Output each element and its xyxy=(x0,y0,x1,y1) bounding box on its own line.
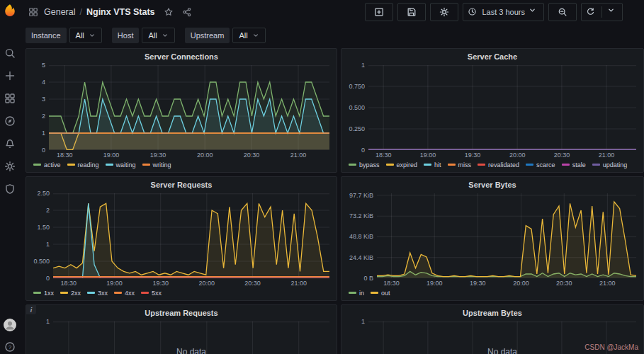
legend-item-5xx[interactable]: 5xx xyxy=(141,290,162,297)
panel-server-cache: Server Cache 00.2500.5000.7501 18:3019:0… xyxy=(341,48,644,173)
sidebar: ? xyxy=(0,0,20,354)
user-avatar[interactable] xyxy=(4,319,16,331)
add-panel-button[interactable] xyxy=(365,3,393,21)
grafana-logo[interactable] xyxy=(3,4,17,18)
dashboard-grid: Server Connections 012345 18:3019:0019:3… xyxy=(20,48,644,354)
x-tick-label: 20:30 xyxy=(244,280,261,287)
legend-item-bypass[interactable]: bypass xyxy=(349,161,380,169)
legend-item-active[interactable]: active xyxy=(33,161,61,169)
y-tick-label: 3 xyxy=(42,96,45,103)
x-tick-label: 19:00 xyxy=(420,152,436,159)
y-tick-label: 1 xyxy=(361,318,365,325)
clock-icon xyxy=(468,7,478,17)
panel-title[interactable]: Upstream Bytes xyxy=(341,305,643,319)
legend-swatch xyxy=(141,292,149,294)
legend-label: stale xyxy=(572,161,586,169)
search-icon[interactable] xyxy=(4,47,16,59)
plot-area[interactable] xyxy=(53,193,329,278)
plot-area[interactable]: No data xyxy=(53,321,329,354)
legend-swatch xyxy=(424,164,431,166)
server-admin-shield-icon[interactable] xyxy=(4,183,16,195)
filter-instance-select[interactable]: All xyxy=(69,28,102,43)
create-plus-icon[interactable] xyxy=(4,70,16,81)
x-tick-label: 19:30 xyxy=(465,152,481,159)
filter-upstream-value: All xyxy=(239,31,247,40)
legend-item-expired[interactable]: expired xyxy=(386,161,418,169)
y-tick-label: 1 xyxy=(42,130,45,137)
y-tick-label: 4 xyxy=(42,79,45,86)
save-dashboard-button[interactable] xyxy=(397,3,426,21)
plot-area[interactable] xyxy=(49,65,329,150)
configuration-gear-icon[interactable] xyxy=(4,161,16,172)
panel-title[interactable]: Server Bytes xyxy=(341,177,643,190)
refresh-interval-chevron-icon[interactable] xyxy=(608,7,618,17)
legend-item-revalidated[interactable]: revalidated xyxy=(478,161,519,169)
chevron-down-icon xyxy=(89,33,96,39)
legend-item-stale[interactable]: stale xyxy=(562,161,586,169)
explore-compass-icon[interactable] xyxy=(4,115,16,127)
star-icon[interactable] xyxy=(164,7,174,17)
legend-swatch xyxy=(114,292,122,294)
panel-title[interactable]: Server Connections xyxy=(26,49,337,62)
legend-item-in[interactable]: in xyxy=(349,290,364,297)
legend-item-reading[interactable]: reading xyxy=(67,161,99,169)
panel-info-icon[interactable]: i xyxy=(26,305,36,314)
refresh-icon xyxy=(586,7,596,17)
x-axis: 18:3019:0019:3020:0020:3021:00 xyxy=(368,150,636,160)
plot-area[interactable] xyxy=(377,193,636,278)
filter-upstream-select[interactable]: All xyxy=(232,28,265,43)
plot-area[interactable]: No data xyxy=(368,321,636,354)
legend-item-hit[interactable]: hit xyxy=(424,161,441,169)
dashboard-grid-icon xyxy=(28,7,38,17)
legend-item-2xx[interactable]: 2xx xyxy=(60,290,81,297)
time-range-picker[interactable]: Last 3 hours xyxy=(463,3,544,21)
help-icon[interactable]: ? xyxy=(4,341,16,353)
legend-swatch xyxy=(526,164,533,166)
legend-item-waiting[interactable]: waiting xyxy=(106,161,136,169)
y-tick-label: 0 xyxy=(361,147,365,154)
legend-item-3xx[interactable]: 3xx xyxy=(87,290,108,297)
x-tick-label: 21:00 xyxy=(290,152,307,159)
legend-item-writing[interactable]: writing xyxy=(142,161,171,169)
legend-item-miss[interactable]: miss xyxy=(448,161,472,169)
breadcrumb-folder[interactable]: General xyxy=(44,7,75,17)
panel-title[interactable]: Upstream Requests xyxy=(26,305,337,319)
legend-label: 3xx xyxy=(98,290,108,297)
panel-title[interactable]: Server Requests xyxy=(26,177,337,190)
filter-instance-value: All xyxy=(76,31,84,40)
y-tick-label: 2 xyxy=(42,113,45,120)
y-tick-label: 97.7 KiB xyxy=(349,192,373,199)
legend-item-scarce[interactable]: scarce xyxy=(526,161,555,169)
chart-canvas xyxy=(53,193,329,278)
legend-swatch xyxy=(33,292,41,294)
y-tick-label: 1 xyxy=(361,62,365,69)
page-title[interactable]: Nginx VTS Stats xyxy=(86,7,155,17)
plot-area[interactable] xyxy=(368,65,636,150)
legend-label: 1xx xyxy=(44,290,54,297)
filter-host-select[interactable]: All xyxy=(142,28,174,43)
x-tick-label: 20:00 xyxy=(509,152,526,159)
x-tick-label: 20:00 xyxy=(513,280,529,287)
dashboards-icon[interactable] xyxy=(4,93,16,104)
legend: 1xx2xx3xx4xx5xx xyxy=(26,288,337,300)
dashboard-settings-button[interactable] xyxy=(430,3,458,21)
panel-title[interactable]: Server Cache xyxy=(341,49,643,62)
legend-item-1xx[interactable]: 1xx xyxy=(33,290,54,297)
zoom-out-button[interactable] xyxy=(548,3,577,21)
legend-label: reading xyxy=(78,161,99,169)
time-range-label: Last 3 hours xyxy=(482,8,525,16)
refresh-button[interactable] xyxy=(581,3,623,21)
y-tick-label: 0.250 xyxy=(349,125,365,132)
legend-swatch xyxy=(67,164,75,166)
y-tick-label: 2.50 xyxy=(37,190,50,197)
legend-item-4xx[interactable]: 4xx xyxy=(114,290,135,297)
legend-item-updating[interactable]: updating xyxy=(592,161,628,169)
legend-item-out[interactable]: out xyxy=(371,290,390,297)
svg-text:?: ? xyxy=(9,344,12,350)
legend-swatch xyxy=(87,292,95,294)
panel-server-connections: Server Connections 012345 18:3019:0019:3… xyxy=(26,48,337,173)
share-icon[interactable] xyxy=(182,7,192,17)
alerting-bell-icon[interactable] xyxy=(4,138,16,149)
save-icon xyxy=(407,7,417,17)
filter-host-label: Host xyxy=(112,28,140,43)
